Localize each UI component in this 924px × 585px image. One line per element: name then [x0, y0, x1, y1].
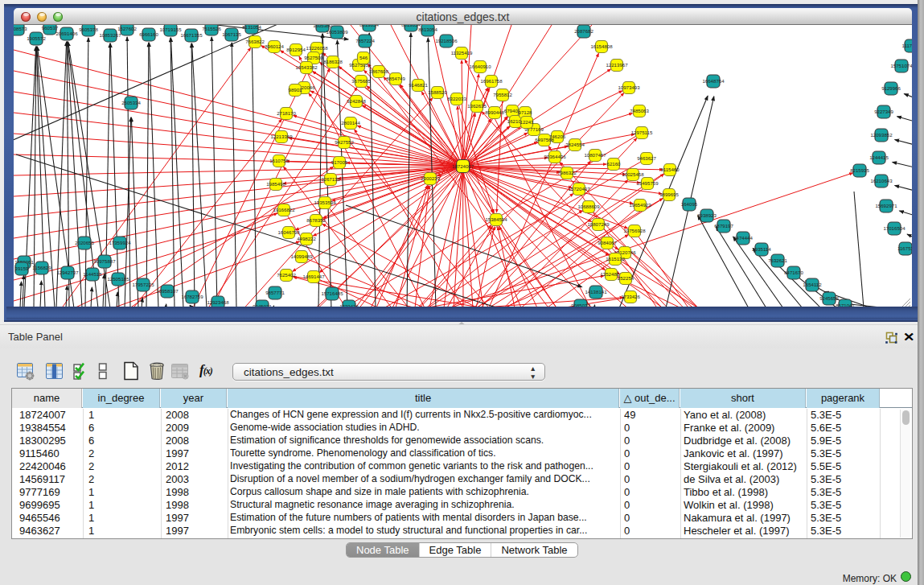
svg-text:10025458: 10025458: [622, 171, 644, 177]
svg-text:18807249: 18807249: [587, 221, 610, 227]
svg-text:14099489: 14099489: [290, 253, 313, 259]
svg-text:7663822: 7663822: [245, 39, 265, 44]
svg-text:12243: 12243: [520, 119, 535, 125]
svg-text:2020655: 2020655: [75, 240, 94, 245]
svg-text:1610755: 1610755: [269, 158, 289, 163]
svg-text:17359924: 17359924: [109, 240, 131, 245]
svg-text:2300233: 2300233: [421, 175, 440, 181]
svg-text:7857224: 7857224: [355, 38, 375, 43]
svg-text:546: 546: [359, 55, 368, 60]
svg-text:9084067: 9084067: [598, 240, 617, 245]
svg-text:16648764: 16648764: [702, 78, 725, 84]
svg-text:7986322: 7986322: [557, 170, 577, 175]
svg-text:9899695: 9899695: [659, 192, 679, 197]
svg-text:8678352: 8678352: [306, 217, 326, 223]
svg-text:11325419: 11325419: [451, 50, 473, 56]
svg-text:960537: 960537: [42, 25, 59, 31]
svg-text:14691447: 14691447: [302, 274, 325, 279]
svg-text:1144515: 1144515: [83, 271, 102, 277]
svg-text:16543382: 16543382: [295, 64, 318, 70]
svg-text:1985498: 1985498: [266, 181, 285, 187]
svg-text:8854749: 8854749: [386, 76, 405, 81]
svg-text:15495759: 15495759: [636, 180, 659, 186]
svg-text:9146821: 9146821: [409, 82, 428, 88]
svg-text:15384594: 15384594: [485, 216, 507, 222]
svg-text:8813054: 8813054: [418, 27, 437, 32]
svg-text:9245652: 9245652: [819, 295, 839, 301]
svg-text:2087682: 2087682: [574, 28, 593, 34]
svg-text:2867608: 2867608: [369, 68, 388, 74]
svg-text:10688609: 10688609: [577, 204, 600, 209]
svg-text:17957225: 17957225: [132, 282, 154, 287]
svg-text:16640910: 16640910: [469, 64, 491, 69]
svg-text:1527602: 1527602: [117, 26, 137, 31]
svg-text:8215935: 8215935: [850, 167, 869, 173]
svg-text:6497568: 6497568: [535, 137, 554, 142]
svg-text:7632621: 7632621: [768, 257, 787, 263]
svg-text:18724007: 18724007: [452, 163, 474, 169]
svg-text:1733426: 1733426: [621, 294, 640, 299]
svg-text:16782759: 16782759: [181, 294, 203, 299]
svg-text:9605378: 9605378: [79, 27, 98, 32]
svg-text:1654112: 1654112: [803, 282, 822, 287]
svg-text:917005: 917005: [331, 159, 348, 165]
svg-text:19166822: 19166822: [273, 207, 295, 212]
svg-text:116753: 116753: [897, 245, 912, 251]
svg-text:98901: 98901: [289, 87, 303, 93]
svg-text:3675685: 3675685: [351, 78, 371, 84]
svg-text:1362635: 1362635: [467, 103, 487, 109]
svg-text:16961758: 16961758: [480, 78, 503, 84]
svg-text:15751074: 15751074: [890, 63, 912, 68]
svg-text:12213369: 12213369: [270, 134, 293, 139]
svg-text:17016504: 17016504: [883, 225, 906, 231]
svg-text:16210643: 16210643: [870, 178, 893, 183]
svg-text:16154808: 16154808: [590, 43, 613, 49]
svg-text:15720407: 15720407: [568, 186, 590, 192]
svg-text:252254: 252254: [618, 275, 634, 281]
svg-text:8912954: 8912954: [286, 47, 306, 52]
svg-text:10807487: 10807487: [584, 152, 606, 158]
svg-text:9463627: 9463627: [637, 155, 656, 161]
svg-text:6879197: 6879197: [714, 223, 733, 229]
svg-text:12093852: 12093852: [870, 132, 893, 138]
svg-text:20691406: 20691406: [55, 31, 78, 36]
svg-text:9242848: 9242848: [347, 98, 366, 104]
svg-text:8471670: 8471670: [784, 270, 803, 275]
svg-text:7625402: 7625402: [277, 272, 296, 278]
svg-text:10958107: 10958107: [156, 288, 179, 294]
svg-text:8322033: 8322033: [447, 96, 466, 101]
svg-text:90975887: 90975887: [93, 258, 116, 264]
svg-text:7515526: 7515526: [202, 26, 221, 31]
svg-text:10973493: 10973493: [618, 84, 640, 90]
svg-text:14138141: 14138141: [585, 289, 607, 295]
svg-text:16671355: 16671355: [180, 32, 203, 38]
svg-text:9474444: 9474444: [733, 235, 753, 241]
svg-text:1615132: 1615132: [606, 256, 625, 262]
svg-text:9527500: 9527500: [304, 55, 323, 60]
svg-text:19756928: 19756928: [623, 228, 646, 233]
svg-text:97128: 97128: [519, 109, 533, 115]
svg-text:9115460: 9115460: [660, 167, 680, 172]
svg-text:10719155: 10719155: [159, 27, 182, 32]
svg-text:62160: 62160: [607, 161, 622, 167]
svg-text:12213967: 12213967: [606, 62, 628, 68]
svg-text:8960124: 8960124: [265, 43, 284, 49]
svg-text:1156829: 1156829: [32, 265, 51, 270]
svg-text:164095: 164095: [681, 201, 698, 207]
svg-text:12942737: 12942737: [56, 270, 79, 275]
svg-text:16046798: 16046798: [277, 229, 300, 235]
svg-text:39159: 39159: [15, 266, 30, 271]
svg-text:3267130: 3267130: [321, 176, 340, 182]
svg-text:1605380: 1605380: [313, 25, 332, 28]
svg-text:12923468: 12923468: [207, 299, 229, 305]
svg-text:8990448: 8990448: [485, 109, 504, 115]
svg-text:15716485: 15716485: [321, 290, 343, 296]
svg-text:20364436: 20364436: [544, 154, 566, 159]
svg-text:6966160: 6966160: [139, 31, 158, 37]
svg-text:15692971: 15692971: [875, 203, 897, 208]
svg-text:7485063: 7485063: [630, 108, 649, 113]
svg-text:16053809: 16053809: [326, 29, 348, 35]
svg-text:2935114: 2935114: [752, 246, 771, 252]
svg-text:13353594: 13353594: [314, 200, 336, 205]
svg-text:2718170: 2718170: [277, 110, 296, 116]
